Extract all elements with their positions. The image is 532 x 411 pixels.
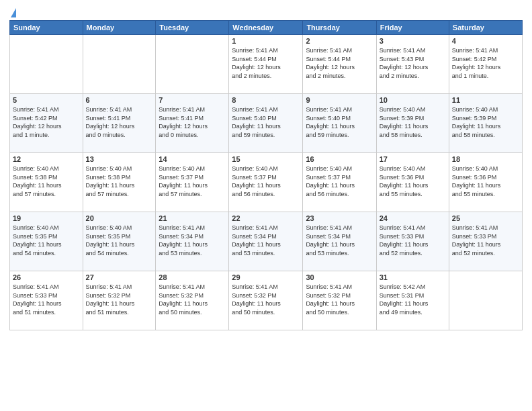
calendar-cell: 11Sunrise: 5:40 AM Sunset: 5:39 PM Dayli… (449, 94, 522, 153)
day-info: Sunrise: 5:40 AM Sunset: 5:37 PM Dayligh… (159, 165, 226, 198)
day-info: Sunrise: 5:41 AM Sunset: 5:41 PM Dayligh… (86, 105, 153, 139)
day-info: Sunrise: 5:40 AM Sunset: 5:35 PM Dayligh… (13, 224, 80, 257)
calendar-header-wednesday: Wednesday (229, 21, 303, 35)
calendar-body: 1Sunrise: 5:41 AM Sunset: 5:44 PM Daylig… (10, 35, 523, 330)
calendar-cell: 21Sunrise: 5:41 AM Sunset: 5:34 PM Dayli… (156, 212, 229, 271)
calendar-cell: 25Sunrise: 5:41 AM Sunset: 5:33 PM Dayli… (449, 212, 522, 271)
calendar-cell: 29Sunrise: 5:41 AM Sunset: 5:32 PM Dayli… (229, 271, 303, 330)
day-number: 25 (452, 214, 519, 222)
calendar-cell: 12Sunrise: 5:40 AM Sunset: 5:38 PM Dayli… (10, 153, 83, 212)
logo-triangle-icon (11, 8, 16, 17)
calendar-table: SundayMondayTuesdayWednesdayThursdayFrid… (9, 20, 523, 330)
calendar-cell: 26Sunrise: 5:41 AM Sunset: 5:33 PM Dayli… (10, 271, 83, 330)
calendar-header-sunday: Sunday (10, 21, 83, 35)
day-info: Sunrise: 5:41 AM Sunset: 5:32 PM Dayligh… (86, 283, 153, 316)
calendar-cell: 17Sunrise: 5:40 AM Sunset: 5:36 PM Dayli… (376, 153, 449, 212)
calendar-cell (83, 35, 156, 94)
day-info: Sunrise: 5:41 AM Sunset: 5:42 PM Dayligh… (13, 105, 80, 139)
calendar-cell: 13Sunrise: 5:40 AM Sunset: 5:38 PM Dayli… (83, 153, 156, 212)
calendar-cell: 23Sunrise: 5:41 AM Sunset: 5:34 PM Dayli… (303, 212, 376, 271)
day-number: 20 (86, 214, 153, 222)
day-number: 28 (159, 273, 226, 281)
calendar-week-row: 5Sunrise: 5:41 AM Sunset: 5:42 PM Daylig… (10, 94, 523, 153)
day-info: Sunrise: 5:41 AM Sunset: 5:42 PM Dayligh… (452, 46, 519, 80)
calendar-cell: 3Sunrise: 5:41 AM Sunset: 5:43 PM Daylig… (376, 35, 449, 94)
day-number: 1 (232, 37, 300, 45)
calendar-cell: 20Sunrise: 5:40 AM Sunset: 5:35 PM Dayli… (83, 212, 156, 271)
calendar-cell: 24Sunrise: 5:41 AM Sunset: 5:33 PM Dayli… (376, 212, 449, 271)
day-number: 21 (159, 214, 226, 222)
day-info: Sunrise: 5:41 AM Sunset: 5:43 PM Dayligh… (380, 46, 446, 80)
calendar-cell: 4Sunrise: 5:41 AM Sunset: 5:42 PM Daylig… (449, 35, 522, 94)
day-info: Sunrise: 5:41 AM Sunset: 5:44 PM Dayligh… (306, 46, 373, 80)
day-number: 5 (13, 96, 80, 104)
day-info: Sunrise: 5:41 AM Sunset: 5:34 PM Dayligh… (232, 224, 300, 257)
day-number: 29 (232, 273, 300, 281)
day-info: Sunrise: 5:41 AM Sunset: 5:41 PM Dayligh… (159, 105, 226, 139)
day-number: 31 (380, 273, 446, 281)
day-info: Sunrise: 5:41 AM Sunset: 5:34 PM Dayligh… (306, 224, 373, 257)
calendar-header-thursday: Thursday (303, 21, 376, 35)
calendar-week-row: 1Sunrise: 5:41 AM Sunset: 5:44 PM Daylig… (10, 35, 523, 94)
calendar-cell: 8Sunrise: 5:41 AM Sunset: 5:40 PM Daylig… (229, 94, 303, 153)
calendar-cell: 2Sunrise: 5:41 AM Sunset: 5:44 PM Daylig… (303, 35, 376, 94)
day-info: Sunrise: 5:40 AM Sunset: 5:37 PM Dayligh… (306, 165, 373, 198)
day-number: 7 (159, 96, 226, 104)
day-info: Sunrise: 5:41 AM Sunset: 5:33 PM Dayligh… (452, 224, 519, 257)
day-info: Sunrise: 5:40 AM Sunset: 5:38 PM Dayligh… (86, 165, 153, 198)
day-number: 9 (306, 96, 373, 104)
calendar-cell: 10Sunrise: 5:40 AM Sunset: 5:39 PM Dayli… (376, 94, 449, 153)
day-info: Sunrise: 5:41 AM Sunset: 5:33 PM Dayligh… (13, 283, 80, 316)
calendar-cell: 22Sunrise: 5:41 AM Sunset: 5:34 PM Dayli… (229, 212, 303, 271)
calendar-cell: 30Sunrise: 5:41 AM Sunset: 5:32 PM Dayli… (303, 271, 376, 330)
day-number: 26 (13, 273, 80, 281)
day-info: Sunrise: 5:41 AM Sunset: 5:34 PM Dayligh… (159, 224, 226, 257)
calendar-week-row: 12Sunrise: 5:40 AM Sunset: 5:38 PM Dayli… (10, 153, 523, 212)
calendar-cell (10, 35, 83, 94)
day-number: 22 (232, 214, 300, 222)
page-header (9, 7, 523, 17)
day-number: 6 (86, 96, 153, 104)
day-info: Sunrise: 5:40 AM Sunset: 5:37 PM Dayligh… (232, 165, 300, 198)
day-info: Sunrise: 5:42 AM Sunset: 5:31 PM Dayligh… (380, 283, 446, 316)
calendar-cell (449, 271, 522, 330)
day-info: Sunrise: 5:40 AM Sunset: 5:36 PM Dayligh… (452, 165, 519, 198)
day-number: 18 (452, 155, 519, 163)
calendar-cell: 16Sunrise: 5:40 AM Sunset: 5:37 PM Dayli… (303, 153, 376, 212)
calendar-cell (156, 35, 229, 94)
day-number: 3 (380, 37, 446, 45)
calendar-cell: 19Sunrise: 5:40 AM Sunset: 5:35 PM Dayli… (10, 212, 83, 271)
calendar-cell: 14Sunrise: 5:40 AM Sunset: 5:37 PM Dayli… (156, 153, 229, 212)
day-info: Sunrise: 5:41 AM Sunset: 5:33 PM Dayligh… (380, 224, 446, 257)
day-number: 27 (86, 273, 153, 281)
calendar-cell: 18Sunrise: 5:40 AM Sunset: 5:36 PM Dayli… (449, 153, 522, 212)
day-info: Sunrise: 5:41 AM Sunset: 5:32 PM Dayligh… (232, 283, 300, 316)
day-info: Sunrise: 5:41 AM Sunset: 5:44 PM Dayligh… (232, 46, 300, 80)
day-number: 17 (380, 155, 446, 163)
day-info: Sunrise: 5:40 AM Sunset: 5:36 PM Dayligh… (380, 165, 446, 198)
day-number: 23 (306, 214, 373, 222)
day-info: Sunrise: 5:40 AM Sunset: 5:39 PM Dayligh… (380, 105, 446, 139)
day-info: Sunrise: 5:40 AM Sunset: 5:39 PM Dayligh… (452, 105, 519, 139)
calendar-cell: 28Sunrise: 5:41 AM Sunset: 5:32 PM Dayli… (156, 271, 229, 330)
calendar-cell: 1Sunrise: 5:41 AM Sunset: 5:44 PM Daylig… (229, 35, 303, 94)
day-number: 10 (380, 96, 446, 104)
calendar-cell: 9Sunrise: 5:41 AM Sunset: 5:40 PM Daylig… (303, 94, 376, 153)
calendar-cell: 31Sunrise: 5:42 AM Sunset: 5:31 PM Dayli… (376, 271, 449, 330)
calendar-header-tuesday: Tuesday (156, 21, 229, 35)
day-number: 2 (306, 37, 373, 45)
day-number: 16 (306, 155, 373, 163)
calendar-cell: 15Sunrise: 5:40 AM Sunset: 5:37 PM Dayli… (229, 153, 303, 212)
day-info: Sunrise: 5:41 AM Sunset: 5:32 PM Dayligh… (306, 283, 373, 316)
day-number: 19 (13, 214, 80, 222)
calendar-header-saturday: Saturday (449, 21, 522, 35)
calendar-cell: 7Sunrise: 5:41 AM Sunset: 5:41 PM Daylig… (156, 94, 229, 153)
calendar-cell: 5Sunrise: 5:41 AM Sunset: 5:42 PM Daylig… (10, 94, 83, 153)
calendar-header-row: SundayMondayTuesdayWednesdayThursdayFrid… (10, 21, 523, 35)
day-number: 15 (232, 155, 300, 163)
day-number: 30 (306, 273, 373, 281)
day-number: 13 (86, 155, 153, 163)
calendar-cell: 27Sunrise: 5:41 AM Sunset: 5:32 PM Dayli… (83, 271, 156, 330)
calendar-week-row: 19Sunrise: 5:40 AM Sunset: 5:35 PM Dayli… (10, 212, 523, 271)
day-number: 14 (159, 155, 226, 163)
